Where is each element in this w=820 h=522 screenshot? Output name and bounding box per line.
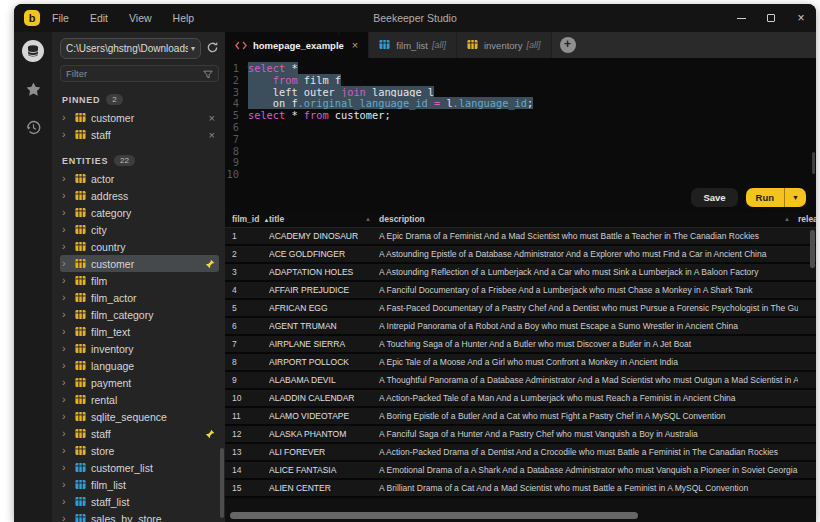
database-selector[interactable]: C:\Users\ghstng\Downloads ▾ [60,38,201,59]
cell-film-id[interactable]: 14 [225,465,269,475]
entity-item-sales_by_store[interactable]: ›sales_by_store [60,510,219,522]
table-row[interactable]: 8AIRPORT POLLOCKA Epic Tale of a Moose A… [225,354,816,372]
cell-description[interactable]: A Intrepid Panorama of a Robot And a Boy… [379,321,798,331]
cell-description[interactable]: A Fanciful Documentary of a Frisbee And … [379,285,798,295]
cell-description[interactable]: A Fanciful Saga of a Hunter And a Pastry… [379,429,798,439]
entity-item-country[interactable]: ›country [60,238,219,255]
entity-item-sqlite_sequence[interactable]: ›sqlite_sequence [60,408,219,425]
cell-film-id[interactable]: 8 [225,357,269,367]
pinned-section-header[interactable]: PINNED 2 [62,94,217,105]
chevron-right-icon[interactable]: › [62,428,70,439]
pinned-item-customer[interactable]: ›customer× [60,109,219,126]
entity-item-staff_list[interactable]: ›staff_list [60,493,219,510]
chevron-right-icon[interactable]: › [62,224,70,235]
entity-item-customer[interactable]: ›customer [60,255,219,272]
cell-film-id[interactable]: 13 [225,447,269,457]
entity-item-customer_list[interactable]: ›customer_list [60,459,219,476]
filter-icon[interactable] [203,65,213,83]
chevron-right-icon[interactable]: › [62,360,70,371]
cell-film-id[interactable]: 12 [225,429,269,439]
chevron-right-icon[interactable]: › [62,112,70,123]
chevron-right-icon[interactable]: › [62,411,70,422]
unpin-icon[interactable]: × [209,129,215,141]
run-button[interactable]: Run ▼ [746,188,806,207]
cell-film-id[interactable]: 11 [225,411,269,421]
cell-description[interactable]: A Action-Packed Tale of a Man And a Lumb… [379,393,798,403]
chevron-right-icon[interactable]: › [62,377,70,388]
entity-item-film[interactable]: ›film [60,272,219,289]
cell-description[interactable]: A Action-Packed Drama of a Dentist And a… [379,447,798,457]
close-button[interactable]: × [786,4,816,32]
menu-edit[interactable]: Edit [90,12,108,24]
cell-film-id[interactable]: 1 [225,231,269,241]
menu-help[interactable]: Help [173,12,195,24]
table-row[interactable]: 2ACE GOLDFINGERA Astounding Epistle of a… [225,246,816,264]
cell-description[interactable]: A Boring Epistle of a Butler And a Cat w… [379,411,798,421]
cell-description[interactable]: A Epic Drama of a Feminist And a Mad Sci… [379,231,798,241]
chevron-right-icon[interactable]: › [62,258,70,269]
chevron-right-icon[interactable]: › [62,309,70,320]
favorites-rail-button[interactable] [20,78,46,104]
minimize-button[interactable] [726,4,756,32]
table-row[interactable]: 12ALASKA PHANTOMA Fanciful Saga of a Hun… [225,426,816,444]
table-row[interactable]: 13ALI FOREVERA Action-Packed Drama of a … [225,444,816,462]
cell-film-id[interactable]: 9 [225,375,269,385]
entity-item-staff[interactable]: ›staff [60,425,219,442]
table-row[interactable]: 14ALICE FANTASIAA Emotional Drama of a A… [225,462,816,480]
column-header-film_id[interactable]: film_id▲ [225,214,269,224]
column-header-release_year[interactable]: release_year [798,214,816,224]
cell-description[interactable]: A Emotional Drama of a A Shark And a Dat… [379,465,798,475]
cell-film-id[interactable]: 3 [225,267,269,277]
new-tab-button[interactable]: + [560,37,576,53]
history-rail-button[interactable] [20,116,46,142]
chevron-right-icon[interactable]: › [62,292,70,303]
cell-film-id[interactable]: 10 [225,393,269,403]
cell-description[interactable]: A Astounding Epistle of a Database Admin… [379,249,798,259]
chevron-right-icon[interactable]: › [62,241,70,252]
chevron-right-icon[interactable]: › [62,462,70,473]
chevron-right-icon[interactable]: › [62,129,70,140]
entity-item-actor[interactable]: ›actor [60,170,219,187]
menu-view[interactable]: View [129,12,152,24]
cell-title[interactable]: ACADEMY DINOSAUR [269,231,379,241]
chevron-right-icon[interactable]: › [62,445,70,456]
cell-title[interactable]: ADAPTATION HOLES [269,267,379,277]
table-row[interactable]: 7AIRPLANE SIERRAA Touching Saga of a Hun… [225,336,816,354]
entity-item-film_text[interactable]: ›film_text [60,323,219,340]
menu-file[interactable]: File [52,12,69,24]
tab-film_list[interactable]: film_list[all] [369,32,457,58]
cell-film-id[interactable]: 5 [225,303,269,313]
cell-description[interactable]: A Fast-Paced Documentary of a Pastry Che… [379,303,798,313]
run-button-label[interactable]: Run [746,188,784,207]
chevron-right-icon[interactable]: › [62,496,70,507]
sql-editor[interactable]: 12345678910 select * from film f left ou… [225,58,816,184]
chevron-right-icon[interactable]: › [62,394,70,405]
table-row[interactable]: 10ALADDIN CALENDARA Action-Packed Tale o… [225,390,816,408]
pinned-item-staff[interactable]: ›staff× [60,126,219,143]
column-header-title[interactable]: title▲ [269,214,379,224]
results-horizontal-scrollbar[interactable] [230,512,638,519]
chevron-right-icon[interactable]: › [62,190,70,201]
table-row[interactable]: 15ALIEN CENTERA Brilliant Drama of a Cat… [225,480,816,498]
table-row[interactable]: 4AFFAIR PREJUDICEA Fanciful Documentary … [225,282,816,300]
chevron-right-icon[interactable]: › [62,173,70,184]
entity-item-language[interactable]: ›language [60,357,219,374]
tab-inventory[interactable]: inventory[all] [457,32,552,58]
cell-title[interactable]: ALADDIN CALENDAR [269,393,379,403]
cell-description[interactable]: A Touching Saga of a Hunter And a Butler… [379,339,798,349]
chevron-right-icon[interactable]: › [62,513,70,522]
close-tab-icon[interactable]: × [352,39,358,51]
save-button[interactable]: Save [691,188,737,207]
entity-item-address[interactable]: ›address [60,187,219,204]
cell-description[interactable]: A Brilliant Drama of a Cat And a Mad Sci… [379,483,798,493]
cell-title[interactable]: AFRICAN EGG [269,303,379,313]
chevron-right-icon[interactable]: › [62,326,70,337]
entity-item-inventory[interactable]: ›inventory [60,340,219,357]
results-vertical-scrollbar[interactable] [810,230,815,268]
cell-title[interactable]: AIRPLANE SIERRA [269,339,379,349]
entity-item-film_category[interactable]: ›film_category [60,306,219,323]
entity-item-category[interactable]: ›category [60,204,219,221]
cell-title[interactable]: AFFAIR PREJUDICE [269,285,379,295]
cell-title[interactable]: ALI FOREVER [269,447,379,457]
cell-film-id[interactable]: 6 [225,321,269,331]
